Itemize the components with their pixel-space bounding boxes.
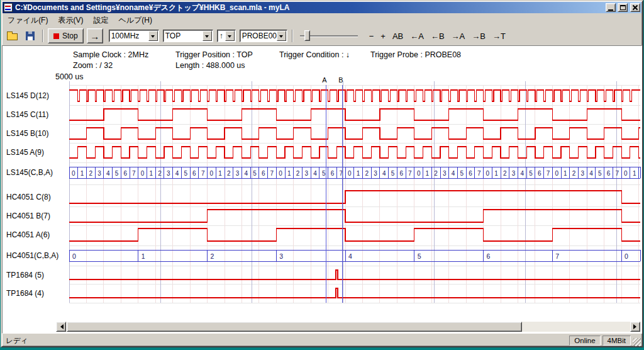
- svg-text:7: 7: [555, 252, 559, 260]
- svg-text:4: 4: [452, 170, 455, 177]
- waveform-client: Sample Clock : 2MHz Trigger Position : T…: [2, 45, 642, 334]
- scrollbar-thumb[interactable]: [67, 322, 522, 332]
- svg-text:6: 6: [538, 170, 541, 177]
- zoom-in-button[interactable]: +: [377, 30, 389, 43]
- svg-text:1: 1: [357, 170, 360, 177]
- minimize-icon: [608, 9, 613, 11]
- svg-text:4: 4: [313, 170, 317, 177]
- channel-label-8: HC4051(C,B,A): [6, 251, 58, 260]
- waveform-display[interactable]: 0123456701234567012345670123456701234567…: [3, 46, 642, 320]
- svg-text:3: 3: [443, 170, 447, 177]
- sample-rate-arrow-button[interactable]: [148, 31, 158, 41]
- trigger-position-arrow-button[interactable]: [203, 31, 212, 41]
- svg-text:0: 0: [141, 170, 145, 177]
- channel-label-4: LS145(C,B,A): [6, 168, 53, 177]
- menu-item-3[interactable]: ヘルプ(H): [113, 14, 157, 28]
- channel-label-6: HC4051 B(7): [6, 212, 50, 220]
- run-button[interactable]: →: [87, 28, 103, 43]
- svg-text:1: 1: [633, 170, 636, 177]
- svg-text:0: 0: [624, 170, 628, 177]
- maximize-button[interactable]: [618, 3, 628, 12]
- menu-item-1[interactable]: 表示(V): [53, 14, 88, 28]
- dropdown-group: 100MHzTOP↑PROBE00: [109, 30, 287, 42]
- chevron-down-icon: [279, 35, 283, 40]
- goto-b-left-button[interactable]: ←B: [428, 30, 448, 43]
- app-icon: [4, 3, 13, 12]
- status-bar: レディ Online 4MBit: [2, 335, 642, 346]
- chevron-down-icon: [205, 35, 209, 40]
- close-button[interactable]: [630, 3, 640, 12]
- svg-text:7: 7: [408, 170, 412, 177]
- svg-text:0: 0: [72, 252, 76, 260]
- channel-label-1: LS145 C(11): [6, 110, 48, 119]
- trigger-edge-arrow-button[interactable]: [225, 31, 235, 41]
- probe-select-arrow-button[interactable]: [277, 31, 286, 41]
- title-bar[interactable]: C:¥Documents and Settings¥noname¥デスクトップ¥…: [3, 2, 641, 13]
- toolbar: Stop → 100MHzTOP↑PROBE00 −+AB←A←B→A→B→T: [2, 26, 642, 45]
- goto-a-left-button[interactable]: ←A: [407, 30, 427, 43]
- scroll-left-button[interactable]: [56, 322, 66, 332]
- chevron-down-icon: [228, 35, 231, 40]
- svg-text:3: 3: [512, 170, 516, 177]
- svg-text:5: 5: [322, 170, 326, 177]
- minimize-button[interactable]: [606, 3, 616, 12]
- svg-text:1: 1: [287, 170, 291, 177]
- slider-thumb[interactable]: [304, 30, 310, 41]
- svg-text:6: 6: [262, 170, 265, 177]
- menu-item-2[interactable]: 設定: [88, 14, 113, 28]
- svg-text:2: 2: [227, 170, 231, 177]
- menu-item-0[interactable]: ファイル(F): [3, 14, 53, 28]
- svg-text:6: 6: [399, 170, 403, 177]
- svg-text:3: 3: [374, 170, 377, 177]
- svg-text:6: 6: [192, 170, 196, 177]
- scroll-right-button[interactable]: [630, 322, 640, 332]
- svg-text:1: 1: [142, 252, 145, 260]
- channel-label-9: TP1684 (5): [6, 271, 44, 279]
- svg-text:4: 4: [589, 170, 593, 177]
- save-icon: [26, 31, 35, 40]
- online-indicator: Online: [569, 336, 600, 346]
- trigger-edge-dropdown[interactable]: ↑: [217, 30, 236, 42]
- svg-text:7: 7: [132, 170, 136, 177]
- trigger-position-value: TOP: [164, 31, 203, 40]
- window-title: C:¥Documents and Settings¥noname¥デスクトップ¥…: [14, 3, 604, 13]
- stop-button[interactable]: Stop: [48, 28, 84, 43]
- goto-trigger-button[interactable]: →T: [489, 30, 509, 43]
- channel-label-0: LS145 D(12): [6, 91, 49, 100]
- memory-indicator: 4MBit: [602, 336, 631, 346]
- status-text: レディ: [6, 336, 28, 346]
- svg-text:4: 4: [382, 170, 386, 177]
- save-button[interactable]: [23, 28, 38, 43]
- position-slider[interactable]: [299, 28, 359, 43]
- goto-b-right-button[interactable]: →B: [469, 30, 489, 43]
- svg-text:7: 7: [477, 170, 481, 177]
- channel-label-5: HC4051 C(8): [6, 193, 51, 201]
- chevron-down-icon: [151, 35, 155, 40]
- svg-text:5: 5: [253, 170, 257, 177]
- svg-text:7: 7: [270, 170, 274, 177]
- svg-text:3: 3: [279, 252, 283, 260]
- sample-rate-dropdown[interactable]: 100MHz: [109, 30, 159, 42]
- svg-text:5: 5: [184, 170, 187, 177]
- trigger-edge-value: ↑: [218, 31, 225, 40]
- resize-grip[interactable]: [633, 338, 641, 346]
- zoom-out-button[interactable]: −: [366, 30, 377, 43]
- svg-text:1: 1: [150, 170, 153, 177]
- maximize-icon: [620, 5, 626, 10]
- probe-select-value: PROBE00: [240, 31, 277, 40]
- svg-text:2: 2: [211, 252, 214, 260]
- trigger-position-dropdown[interactable]: TOP: [163, 30, 213, 42]
- svg-text:7: 7: [201, 170, 205, 177]
- probe-select-dropdown[interactable]: PROBE00: [240, 30, 287, 42]
- svg-text:5: 5: [598, 170, 602, 177]
- svg-text:7: 7: [339, 170, 343, 177]
- svg-text:7: 7: [547, 170, 550, 177]
- svg-text:0: 0: [555, 170, 558, 177]
- goto-a-right-button[interactable]: →A: [448, 30, 469, 43]
- svg-text:0: 0: [625, 252, 628, 260]
- open-file-button[interactable]: [4, 28, 19, 43]
- horizontal-scrollbar[interactable]: [56, 322, 640, 332]
- cursor-ab-button[interactable]: AB: [389, 30, 406, 43]
- svg-text:6: 6: [487, 252, 491, 260]
- svg-text:4: 4: [245, 170, 248, 177]
